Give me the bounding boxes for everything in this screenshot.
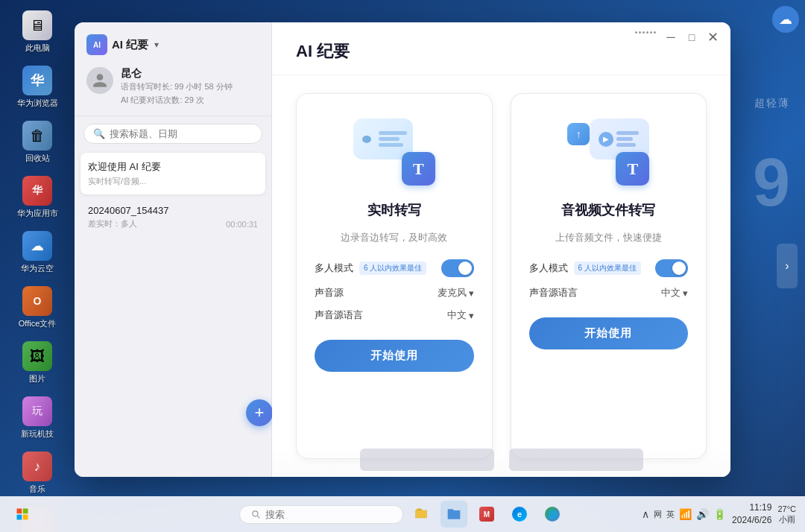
av-lang-chevron: ▾ bbox=[683, 288, 688, 299]
taskbar-icon-huawei[interactable]: M bbox=[473, 501, 500, 528]
realtime-source-chevron: ▾ bbox=[469, 288, 474, 299]
realtime-icon-area: T bbox=[315, 115, 474, 189]
desktop-icon-recycle[interactable]: 🗑 回收站 bbox=[7, 116, 67, 168]
taskbar-search-input[interactable] bbox=[265, 509, 385, 520]
taskbar-left bbox=[9, 501, 36, 528]
temperature: 27°C bbox=[777, 504, 796, 514]
office-label: Office文件 bbox=[19, 318, 57, 329]
av-lang-select[interactable]: 中文 ▾ bbox=[661, 286, 688, 300]
av-text-T-icon: T bbox=[616, 152, 649, 186]
ai-logo-icon: AI bbox=[86, 34, 107, 55]
desktop-icon-music[interactable]: ♪ 音乐 bbox=[7, 447, 67, 499]
sidebar-dropdown-arrow[interactable]: ▾ bbox=[154, 39, 159, 50]
chat-lines bbox=[379, 131, 407, 147]
pic-icon: 🖼 bbox=[22, 341, 52, 371]
taskbar-icon-explorer[interactable] bbox=[408, 501, 435, 528]
maximize-button[interactable]: □ bbox=[686, 31, 698, 43]
realtime-lang-select[interactable]: 中文 ▾ bbox=[447, 308, 474, 322]
realtime-multimode-row: 多人模式 6 人以内效果最佳 bbox=[315, 259, 474, 277]
main-title: AI 纪要 bbox=[296, 40, 707, 63]
desktop-icon-office[interactable]: O Office文件 bbox=[7, 282, 67, 334]
realtime-lang-label: 声音源语言 bbox=[315, 308, 363, 322]
sidebar-item-record[interactable]: 20240607_154437 差实时：多人 00:00:31 bbox=[80, 197, 265, 237]
add-new-button[interactable]: + bbox=[246, 399, 273, 426]
svg-rect-3 bbox=[23, 515, 28, 520]
taskbar-apps: M e 🌐 bbox=[408, 501, 566, 528]
user-details: 昆仑 语音转写时长: 99 小时 58 分钟 AI 纪要对话次数: 29 次 bbox=[121, 67, 259, 107]
realtime-start-button[interactable]: 开始使用 bbox=[315, 340, 474, 372]
taskbar-search-box[interactable] bbox=[239, 505, 403, 524]
desktop-icon-arcade[interactable]: 玩 新玩机技 bbox=[7, 392, 67, 444]
close-button[interactable]: ✕ bbox=[707, 31, 719, 43]
av-start-button[interactable]: 开始使用 bbox=[529, 317, 689, 349]
wifi-icon[interactable]: 📶 bbox=[679, 508, 692, 520]
desktop-icon-huawei-app[interactable]: 华 华为应用市 bbox=[7, 171, 67, 224]
bottom-btn-left bbox=[360, 449, 494, 471]
taskbar-search-icon bbox=[250, 509, 261, 519]
desktop-icon-browser[interactable]: 华 华为浏览器 bbox=[7, 61, 67, 113]
taskbar-time[interactable]: 11:19 2024/6/26 bbox=[732, 501, 771, 527]
sidebar-item-welcome[interactable]: 欢迎使用 AI 纪要 实时转写/音频... bbox=[80, 153, 265, 194]
taskbar-center: M e 🌐 bbox=[239, 501, 566, 528]
realtime-card-desc: 边录音边转写，及时高效 bbox=[315, 231, 474, 244]
svg-rect-0 bbox=[17, 509, 22, 514]
taskbar-icon-webbrowser[interactable]: 🌐 bbox=[539, 501, 566, 528]
start-button[interactable] bbox=[9, 501, 36, 528]
this-pc-label: 此电脑 bbox=[25, 42, 50, 54]
sidebar-header: AI AI 纪要 ▾ bbox=[75, 22, 271, 61]
sound-icon[interactable]: 🔊 bbox=[696, 508, 709, 520]
av-card-title: 音视频文件转写 bbox=[529, 201, 689, 219]
this-pc-icon: 🖥 bbox=[22, 10, 52, 40]
realtime-multimode-badge: 6 人以内效果最佳 bbox=[359, 262, 426, 275]
search-box[interactable]: 🔍 bbox=[83, 124, 262, 144]
minimize-button[interactable]: ─ bbox=[665, 31, 677, 43]
realtime-icon: T bbox=[353, 118, 435, 186]
realtime-card-title: 实时转写 bbox=[315, 201, 474, 219]
av-multimode-badge: 6 人以内效果最佳 bbox=[574, 262, 641, 275]
av-multimode-toggle[interactable] bbox=[655, 259, 688, 277]
sidebar-title: AI 纪要 bbox=[112, 38, 148, 52]
realtime-source-select[interactable]: 麦克风 ▾ bbox=[438, 286, 474, 300]
app-panel: ─ □ ✕ AI AI 纪要 ▾ 昆仑 语音转写时长: 99 小 bbox=[75, 22, 730, 477]
sidebar-item-title-record: 20240607_154437 bbox=[88, 205, 258, 216]
ime-icon[interactable]: 英 bbox=[666, 509, 675, 520]
taskbar-icon-files[interactable] bbox=[441, 501, 467, 528]
av-icon-area: ↑ ▶ T bbox=[529, 115, 689, 189]
network-icon[interactable]: 网 bbox=[654, 509, 662, 520]
weather-widget[interactable]: 27°C 小雨 bbox=[777, 504, 796, 525]
search-input[interactable] bbox=[110, 128, 253, 139]
battery-icon[interactable]: 🔋 bbox=[713, 508, 726, 520]
realtime-transcription-card: T 实时转写 边录音边转写，及时高效 多人模式 6 人以内效果最佳 bbox=[296, 93, 493, 459]
desktop-icon-this-pc[interactable]: 🖥 此电脑 bbox=[7, 6, 67, 58]
realtime-source-label: 声音源 bbox=[315, 286, 344, 300]
search-icon: 🔍 bbox=[93, 128, 105, 139]
arcade-label: 新玩机技 bbox=[21, 428, 54, 440]
av-settings: 多人模式 6 人以内效果最佳 声音源语言 中文 ▾ bbox=[529, 259, 689, 300]
tray-arrow-icon[interactable]: ∧ bbox=[642, 508, 649, 520]
av-card-desc: 上传音频文件，快速便捷 bbox=[529, 231, 689, 244]
recycle-label: 回收站 bbox=[25, 153, 50, 164]
realtime-multimode-toggle[interactable] bbox=[441, 259, 474, 277]
realtime-lang-row: 声音源语言 中文 ▾ bbox=[315, 308, 474, 322]
desktop-icon-cloud[interactable]: ☁ 华为云空 bbox=[7, 227, 67, 279]
browser-label: 华为浏览器 bbox=[17, 98, 58, 109]
taskbar-icon-edge[interactable]: e bbox=[506, 501, 533, 528]
arcade-icon: 玩 bbox=[22, 396, 52, 426]
av-transcription-card: ↑ ▶ T 音视频文件转写 bbox=[511, 93, 707, 459]
cloud-sync-icon[interactable]: ☁ bbox=[772, 6, 799, 33]
music-label: 音乐 bbox=[29, 484, 45, 495]
next-arrow-button[interactable]: › bbox=[777, 244, 798, 288]
sidebar-item-sub-welcome: 实时转写/音频... bbox=[88, 176, 258, 187]
av-multimode-row: 多人模式 6 人以内效果最佳 bbox=[529, 259, 689, 277]
user-info: 昆仑 语音转写时长: 99 小时 58 分钟 AI 纪要对话次数: 29 次 bbox=[86, 67, 259, 107]
weather-condition: 小雨 bbox=[779, 514, 795, 525]
cloud-label: 华为云空 bbox=[21, 263, 54, 274]
user-stat2: AI 纪要对话次数: 29 次 bbox=[121, 94, 259, 107]
realtime-source-row: 声音源 麦克风 ▾ bbox=[315, 286, 474, 300]
office-icon: O bbox=[22, 286, 52, 316]
av-multimode-label: 多人模式 6 人以内效果最佳 bbox=[529, 262, 641, 275]
main-header: AI 纪要 bbox=[272, 22, 730, 75]
realtime-multimode-label: 多人模式 6 人以内效果最佳 bbox=[315, 262, 426, 275]
desktop-icon-pic[interactable]: 🖼 图片 bbox=[7, 337, 67, 389]
music-icon: ♪ bbox=[22, 452, 52, 481]
